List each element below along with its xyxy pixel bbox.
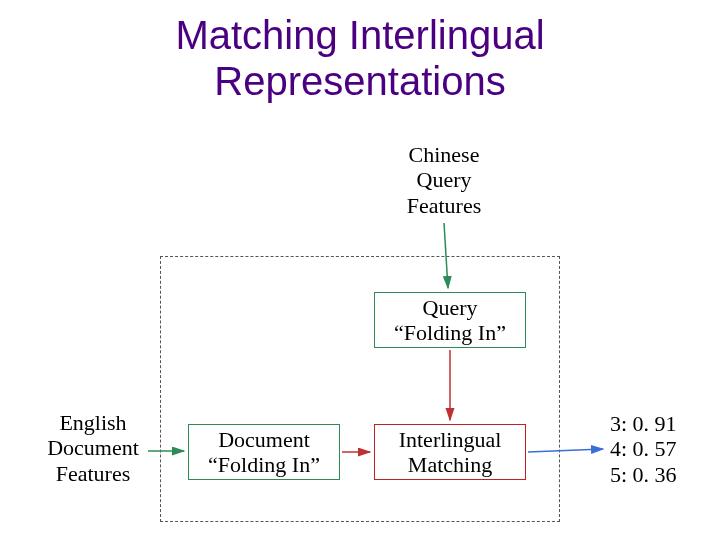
label-chinese-l3: Features (407, 193, 482, 218)
box-query-l2: “Folding In” (394, 320, 506, 345)
box-match-l2: Matching (408, 452, 492, 477)
box-query-folding-in: Query “Folding In” (374, 292, 526, 348)
label-english-l1: English (59, 410, 126, 435)
label-chinese-l2: Query (417, 167, 472, 192)
box-document-folding-in: Document “Folding In” (188, 424, 340, 480)
results-list: 3: 0. 91 4: 0. 57 5: 0. 36 (610, 411, 677, 487)
box-doc-l1: Document (218, 427, 310, 452)
box-match-l1: Interlingual (399, 427, 502, 452)
result-3: 5: 0. 36 (610, 462, 677, 487)
label-chinese-query-features: Chinese Query Features (388, 142, 500, 218)
box-doc-l2: “Folding In” (208, 452, 320, 477)
label-english-document-features: English Document Features (37, 410, 149, 486)
box-interlingual-matching: Interlingual Matching (374, 424, 526, 480)
title-line-2: Representations (214, 59, 505, 103)
box-query-l1: Query (423, 295, 478, 320)
title-line-1: Matching Interlingual (175, 13, 544, 57)
result-2: 4: 0. 57 (610, 436, 677, 461)
diagram-title: Matching Interlingual Representations (90, 12, 630, 104)
result-1: 3: 0. 91 (610, 411, 677, 436)
label-english-l2: Document (47, 435, 139, 460)
label-english-l3: Features (56, 461, 131, 486)
label-chinese-l1: Chinese (409, 142, 480, 167)
